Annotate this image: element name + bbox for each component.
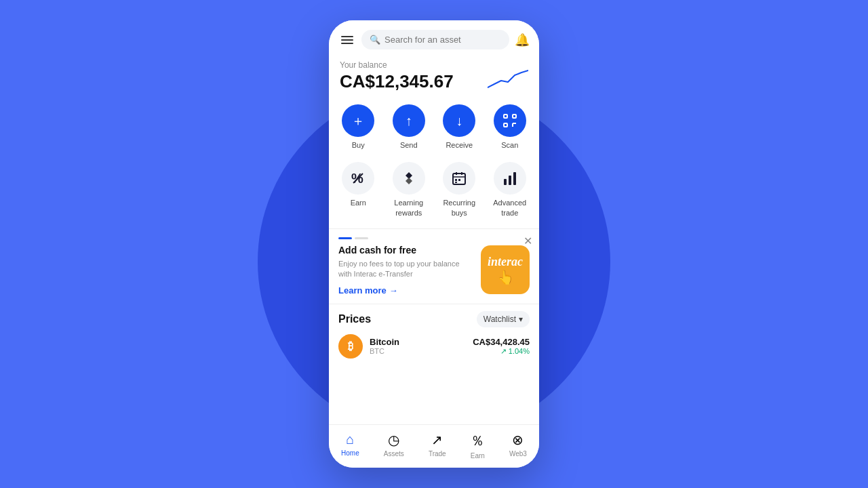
balance-section: Your balance CA$12,345.67 [329,55,539,102]
web3-icon: ⊗ [512,432,524,448]
watchlist-button[interactable]: Watchlist ▾ [477,311,530,327]
promo-text-area: Add cash for free Enjoy no fees to top u… [338,245,473,296]
bottom-navigation: ⌂ Home ◷ Assets ↗ Trade ％ Earn ⊗ Web3 [329,424,539,468]
sparkline-chart [488,67,528,94]
trade-label: Trade [429,450,446,458]
send-label: Send [400,140,418,150]
learning-rewards-button[interactable]: Learning rewards [385,159,433,220]
nav-earn[interactable]: ％ Earn [467,430,489,461]
earn-label: Earn [351,198,366,207]
svg-rect-15 [455,182,457,183]
earn-button[interactable]: % Earn [334,159,382,220]
nav-home[interactable]: ⌂ Home [337,430,363,461]
bitcoin-price: CA$34,428.45 [473,337,530,347]
promo-dots [338,237,530,239]
svg-marker-8 [406,178,412,184]
svg-rect-18 [513,172,516,185]
send-icon: ↑ [393,104,425,137]
scan-label: Scan [501,140,518,150]
web3-label: Web3 [509,450,527,458]
earn-nav-label: Earn [471,452,485,460]
learning-rewards-label: Learning rewards [385,198,433,218]
dot-2 [355,237,368,239]
recurring-buys-icon [443,162,475,195]
learning-rewards-icon [393,162,425,195]
chevron-down-icon: ▾ [519,314,523,324]
search-bar[interactable]: 🔍 [361,30,509,49]
earn-nav-icon: ％ [471,432,484,450]
interac-logo-image: interac 👆 [481,245,530,294]
prices-title: Prices [338,313,371,325]
prices-section: Prices Watchlist ▾ ₿ Bitcoin BTC CA$34,4… [329,304,539,364]
promo-learn-more-link[interactable]: Learn more → [338,285,473,296]
bitcoin-change: ↗ 1.04% [473,347,530,356]
search-input[interactable] [384,35,501,45]
buy-button[interactable]: ＋ Buy [334,102,382,152]
earn-icon: % [342,162,374,195]
promo-link-text: Learn more [338,285,387,296]
svg-rect-16 [504,179,507,185]
notifications-button[interactable]: 🔔 [515,33,530,47]
nav-web3[interactable]: ⊗ Web3 [505,430,531,461]
arrow-right-icon: → [389,285,398,296]
advanced-trade-label: Advanced trade [486,198,534,218]
bitcoin-asset-row[interactable]: ₿ Bitcoin BTC CA$34,428.45 ↗ 1.04% [338,334,530,359]
menu-button[interactable] [338,33,356,47]
svg-rect-14 [458,179,460,181]
svg-rect-13 [455,179,457,181]
actions-row-2: % Earn Learning rewards [329,159,539,228]
svg-rect-1 [513,115,516,118]
receive-button[interactable]: ↓ Receive [435,102,484,152]
dot-1 [338,237,352,239]
bitcoin-ticker: BTC [370,347,466,355]
scan-button[interactable]: Scan [486,102,534,152]
receive-icon: ↓ [443,104,475,137]
balance-amount: CA$12,345.67 [340,71,454,92]
buy-icon: ＋ [342,104,374,137]
prices-header: Prices Watchlist ▾ [338,311,530,327]
phone-frame: 🔍 🔔 Your balance CA$12,345.67 ＋ Buy ↑ Se… [329,20,539,468]
trade-icon: ↗ [431,432,443,448]
app-header: 🔍 🔔 [329,20,539,55]
assets-label: Assets [384,450,404,458]
promo-close-button[interactable]: ✕ [524,236,532,247]
home-label: Home [341,449,359,457]
scan-icon [494,104,526,137]
buy-label: Buy [352,140,365,150]
bitcoin-name: Bitcoin [370,337,466,347]
nav-assets[interactable]: ◷ Assets [380,430,408,461]
recurring-buys-label: Recurring buys [435,198,484,218]
promo-banner: ✕ Add cash for free Enjoy no fees to top… [329,228,539,304]
promo-title: Add cash for free [338,245,473,256]
bitcoin-info: Bitcoin BTC [370,337,466,355]
home-icon: ⌂ [346,432,354,447]
assets-icon: ◷ [388,432,399,448]
advanced-trade-button[interactable]: Advanced trade [486,159,534,220]
watchlist-label: Watchlist [484,314,516,324]
actions-row-1: ＋ Buy ↑ Send ↓ Receive Scan [329,102,539,159]
nav-trade[interactable]: ↗ Trade [425,430,450,461]
svg-rect-0 [504,115,507,118]
advanced-trade-icon [494,162,526,195]
bitcoin-price-info: CA$34,428.45 ↗ 1.04% [473,337,530,356]
search-icon: 🔍 [370,35,380,45]
svg-rect-2 [504,123,507,127]
send-button[interactable]: ↑ Send [385,102,433,152]
bitcoin-icon: ₿ [338,334,363,359]
promo-description: Enjoy no fees to top up your balance wit… [338,259,473,280]
recurring-buys-button[interactable]: Recurring buys [435,159,484,220]
svg-rect-17 [509,176,511,185]
receive-label: Receive [446,140,473,150]
balance-label: Your balance [340,60,454,70]
